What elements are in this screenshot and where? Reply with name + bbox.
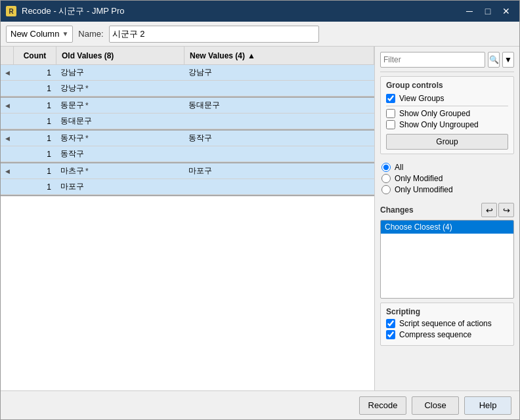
row-old-value: 동자구 * bbox=[56, 131, 184, 146]
scripting-panel: Scripting Script sequence of actions Com… bbox=[380, 303, 514, 346]
row-count: 1 bbox=[14, 163, 56, 178]
column-dropdown[interactable]: New Column ▼ bbox=[6, 26, 73, 43]
main-content: Count Old Values (8) New Values (4) ▲ ◀ … bbox=[1, 47, 519, 390]
radio-modified-row: Only Modified bbox=[381, 174, 513, 183]
star-indicator: * bbox=[85, 134, 89, 143]
row-count: 1 bbox=[14, 146, 56, 161]
star-indicator: * bbox=[85, 101, 89, 110]
star-indicator: * bbox=[85, 167, 89, 176]
table-row: 1 동대문구 bbox=[1, 114, 374, 129]
compress-sequence-checkbox[interactable] bbox=[386, 330, 395, 339]
table-row: 1 동작구 bbox=[1, 146, 374, 162]
show-only-ungrouped-checkbox[interactable] bbox=[386, 120, 395, 129]
title-bar: R Recode - 시군구 - JMP Pro ─ □ ✕ bbox=[1, 1, 519, 22]
radio-all[interactable] bbox=[381, 163, 391, 172]
app-icon: R bbox=[6, 6, 16, 16]
filter-search-button[interactable]: 🔍 bbox=[488, 52, 500, 68]
undo-icon: ↩ bbox=[486, 205, 493, 215]
changes-section: Changes ↩ ↪ Choose Closest (4) bbox=[380, 203, 514, 299]
script-sequence-checkbox[interactable] bbox=[386, 319, 395, 328]
table-group-3: ◀ 1 동자구 * 동작구 1 동작구 bbox=[1, 131, 374, 163]
view-groups-row: View Groups bbox=[386, 94, 508, 103]
collapse-right-icon[interactable]: ▲ bbox=[245, 47, 258, 64]
view-groups-label[interactable]: View Groups bbox=[399, 94, 444, 103]
radio-only-modified-label[interactable]: Only Modified bbox=[395, 174, 443, 183]
recode-button[interactable]: Recode bbox=[359, 396, 406, 415]
radio-all-label[interactable]: All bbox=[395, 163, 403, 172]
filter-input[interactable] bbox=[380, 52, 485, 68]
minimize-button[interactable]: ─ bbox=[462, 3, 477, 19]
show-only-ungrouped-label[interactable]: Show Only Ungrouped bbox=[399, 120, 479, 129]
table-group-1: ◀ 1 강남구 강남구 1 강낭구 * bbox=[1, 65, 374, 98]
row-new-value: 동작구 bbox=[184, 131, 374, 146]
compress-sequence-label[interactable]: Compress sequence bbox=[399, 330, 471, 339]
table-row: ◀ 1 강남구 강남구 bbox=[1, 65, 374, 81]
changes-buttons: ↩ ↪ bbox=[481, 203, 514, 217]
radio-only-unmodified[interactable] bbox=[381, 185, 391, 194]
expand-icon-1[interactable]: ◀ bbox=[1, 65, 14, 80]
table-group-2: ◀ 1 동문구 * 동대문구 1 동대문구 bbox=[1, 98, 374, 131]
table-body: ◀ 1 강남구 강남구 1 강낭구 * ◀ bbox=[1, 65, 374, 390]
maximize-button[interactable]: □ bbox=[480, 3, 496, 19]
table-group-4: ◀ 1 마츠구 * 마포구 1 마포구 bbox=[1, 163, 374, 196]
radio-only-modified[interactable] bbox=[381, 174, 391, 183]
row-old-value: 마츠구 * bbox=[56, 163, 184, 178]
row-count: 1 bbox=[14, 81, 56, 96]
close-button[interactable]: ✕ bbox=[498, 3, 514, 19]
table-header: Count Old Values (8) New Values (4) ▲ bbox=[1, 47, 374, 65]
bottom-bar: Recode Close Help bbox=[1, 390, 519, 419]
row-old-value: 동작구 bbox=[56, 146, 184, 161]
show-only-grouped-label[interactable]: Show Only Grouped bbox=[399, 109, 470, 118]
undo-button[interactable]: ↩ bbox=[481, 203, 497, 217]
table-row: 1 강낭구 * bbox=[1, 81, 374, 96]
row-new-value bbox=[184, 114, 374, 129]
row-count: 1 bbox=[14, 114, 56, 129]
header-new-values: New Values (4) ▲ bbox=[184, 47, 374, 64]
row-count: 1 bbox=[14, 65, 56, 80]
filter-options-button[interactable]: ▼ bbox=[502, 52, 514, 68]
row-old-value: 강남구 bbox=[56, 65, 184, 80]
expand-spacer bbox=[1, 114, 14, 129]
divider bbox=[386, 106, 508, 106]
row-old-value: 강낭구 * bbox=[56, 81, 184, 96]
dropdown-arrow-icon: ▼ bbox=[62, 30, 68, 37]
star-indicator: * bbox=[85, 84, 89, 93]
name-label: Name: bbox=[78, 29, 103, 39]
group-button[interactable]: Group bbox=[386, 134, 508, 150]
row-new-value bbox=[184, 179, 374, 194]
toolbar: New Column ▼ Name: bbox=[1, 22, 519, 47]
radio-options: All Only Modified Only Unmodified bbox=[380, 158, 514, 199]
row-old-value: 동대문구 bbox=[56, 114, 184, 129]
expand-icon-2[interactable]: ◀ bbox=[1, 98, 14, 113]
search-icon: 🔍 bbox=[489, 55, 499, 64]
group-controls-title: Group controls bbox=[386, 81, 508, 90]
show-only-grouped-checkbox[interactable] bbox=[386, 109, 395, 118]
table-row: ◀ 1 동문구 * 동대문구 bbox=[1, 98, 374, 114]
radio-only-unmodified-label[interactable]: Only Unmodified bbox=[395, 185, 453, 194]
header-count: Count bbox=[14, 47, 56, 64]
table-row: 1 마포구 bbox=[1, 179, 374, 195]
expand-spacer bbox=[1, 179, 14, 194]
changes-item[interactable]: Choose Closest (4) bbox=[381, 220, 513, 234]
expand-icon-3[interactable]: ◀ bbox=[1, 131, 14, 146]
row-count: 1 bbox=[14, 131, 56, 146]
table-row: ◀ 1 마츠구 * 마포구 bbox=[1, 163, 374, 179]
row-old-value: 동문구 * bbox=[56, 98, 184, 113]
redo-button[interactable]: ↪ bbox=[498, 203, 514, 217]
expand-spacer bbox=[1, 146, 14, 161]
compress-sequence-row: Compress sequence bbox=[386, 330, 508, 339]
changes-title: Changes bbox=[380, 205, 414, 215]
changes-header: Changes ↩ ↪ bbox=[380, 203, 514, 217]
close-dialog-button[interactable]: Close bbox=[412, 396, 459, 415]
main-window: R Recode - 시군구 - JMP Pro ─ □ ✕ New Colum… bbox=[0, 0, 520, 420]
table-area: Count Old Values (8) New Values (4) ▲ ◀ … bbox=[1, 47, 375, 390]
row-new-value: 동대문구 bbox=[184, 98, 374, 113]
row-new-value: 마포구 bbox=[184, 163, 374, 178]
expand-icon-4[interactable]: ◀ bbox=[1, 163, 14, 178]
name-input[interactable] bbox=[109, 26, 319, 43]
view-groups-checkbox[interactable] bbox=[386, 94, 395, 103]
redo-icon: ↪ bbox=[503, 205, 510, 215]
window-title: Recode - 시군구 - JMP Pro bbox=[22, 5, 462, 17]
help-button[interactable]: Help bbox=[464, 396, 511, 415]
script-sequence-label[interactable]: Script sequence of actions bbox=[399, 319, 492, 328]
